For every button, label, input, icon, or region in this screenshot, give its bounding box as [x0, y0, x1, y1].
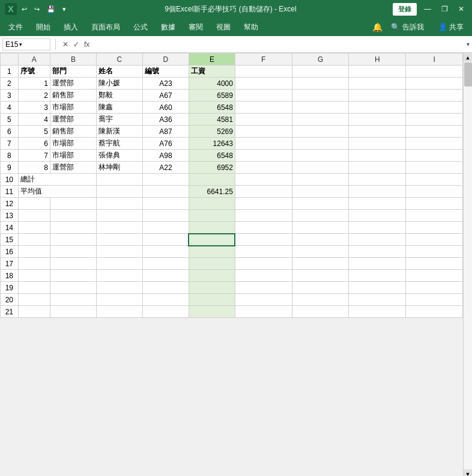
- insert-function-btn[interactable]: fx: [82, 40, 91, 49]
- cell-B8[interactable]: 市場部: [50, 150, 96, 162]
- cell-G2[interactable]: [292, 78, 349, 90]
- col-header-D[interactable]: D: [142, 53, 189, 66]
- cell-H1[interactable]: [349, 66, 406, 78]
- cancel-formula-btn[interactable]: ✕: [61, 40, 70, 49]
- col-header-C[interactable]: C: [96, 53, 142, 66]
- col-header-H[interactable]: H: [349, 53, 406, 66]
- col-header-I[interactable]: I: [406, 53, 463, 66]
- col-header-F[interactable]: F: [235, 53, 292, 66]
- scroll-up-btn[interactable]: ▲: [464, 53, 473, 62]
- cell-D7[interactable]: A76: [142, 138, 189, 150]
- cell-A2[interactable]: 1: [18, 78, 50, 90]
- cell-B4[interactable]: 市場部: [50, 102, 96, 114]
- cell-F5[interactable]: [235, 114, 292, 126]
- tell-me[interactable]: 🔍 告訴我: [385, 20, 429, 35]
- cell-I4[interactable]: [406, 102, 463, 114]
- undo-btn[interactable]: ↩: [19, 4, 29, 14]
- menu-file[interactable]: 文件: [2, 20, 29, 35]
- cell-C9[interactable]: 林坤剛: [96, 162, 142, 174]
- cell-E9[interactable]: 6952: [189, 162, 235, 174]
- formula-input[interactable]: [94, 40, 464, 49]
- cell-I10[interactable]: [406, 174, 463, 186]
- login-button[interactable]: 登錄: [393, 3, 417, 16]
- cell-D1[interactable]: 編號: [142, 66, 189, 78]
- cell-D3[interactable]: A67: [142, 90, 189, 102]
- cell-D8[interactable]: A98: [142, 150, 189, 162]
- cell-H3[interactable]: [349, 90, 406, 102]
- cell-E4[interactable]: 6548: [189, 102, 235, 114]
- scroll-thumb[interactable]: [464, 63, 472, 87]
- cell-C1[interactable]: 姓名: [96, 66, 142, 78]
- cell-A8[interactable]: 7: [18, 150, 50, 162]
- cell-B3[interactable]: 銷售部: [50, 90, 96, 102]
- col-header-G[interactable]: G: [292, 53, 349, 66]
- cell-C10[interactable]: [96, 174, 142, 186]
- cell-G11[interactable]: [292, 186, 349, 198]
- cell-B2[interactable]: 運營部: [50, 78, 96, 90]
- cell-F7[interactable]: [235, 138, 292, 150]
- more-btn[interactable]: ▾: [60, 4, 68, 14]
- restore-button[interactable]: ❐: [438, 3, 450, 15]
- scroll-track[interactable]: [464, 62, 473, 469]
- cell-E1[interactable]: 工資: [189, 66, 235, 78]
- cell-E8[interactable]: 6548: [189, 150, 235, 162]
- cell-A11[interactable]: 平均值: [18, 186, 96, 198]
- close-button[interactable]: ✕: [455, 3, 467, 15]
- cell-A1[interactable]: 序號: [18, 66, 50, 78]
- cell-I11[interactable]: [406, 186, 463, 198]
- name-box[interactable]: E15 ▾: [2, 38, 50, 50]
- cell-G7[interactable]: [292, 138, 349, 150]
- menu-data[interactable]: 數據: [155, 20, 181, 35]
- minimize-button[interactable]: —: [422, 3, 434, 15]
- cell-G3[interactable]: [292, 90, 349, 102]
- cell-I3[interactable]: [406, 90, 463, 102]
- cell-I7[interactable]: [406, 138, 463, 150]
- cell-I5[interactable]: [406, 114, 463, 126]
- cell-I2[interactable]: [406, 78, 463, 90]
- cell-H5[interactable]: [349, 114, 406, 126]
- cell-C11[interactable]: [96, 186, 142, 198]
- cell-C3[interactable]: 鄭毅: [96, 90, 142, 102]
- cell-A6[interactable]: 5: [18, 126, 50, 138]
- col-header-E[interactable]: E: [189, 53, 235, 66]
- menu-help[interactable]: 幫助: [238, 20, 264, 35]
- quick-save-btn[interactable]: 💾: [44, 4, 58, 14]
- cell-B5[interactable]: 運營部: [50, 114, 96, 126]
- cell-B7[interactable]: 市場部: [50, 138, 96, 150]
- cell-E5[interactable]: 4581: [189, 114, 235, 126]
- cell-A4[interactable]: 3: [18, 102, 50, 114]
- menu-home[interactable]: 開始: [30, 20, 56, 35]
- cell-I1[interactable]: [406, 66, 463, 78]
- cell-H8[interactable]: [349, 150, 406, 162]
- cell-H4[interactable]: [349, 102, 406, 114]
- cell-A9[interactable]: 8: [18, 162, 50, 174]
- cell-E3[interactable]: 6589: [189, 90, 235, 102]
- menu-page-layout[interactable]: 頁面布局: [85, 20, 126, 35]
- cell-C7[interactable]: 蔡宇航: [96, 138, 142, 150]
- cell-G10[interactable]: [292, 174, 349, 186]
- cell-E11[interactable]: 6641.25: [189, 186, 235, 198]
- col-header-A[interactable]: A: [18, 53, 50, 66]
- cell-B6[interactable]: 銷售部: [50, 126, 96, 138]
- menu-view[interactable]: 視圖: [210, 20, 237, 35]
- cell-G8[interactable]: [292, 150, 349, 162]
- cell-F9[interactable]: [235, 162, 292, 174]
- cell-E6[interactable]: 5269: [189, 126, 235, 138]
- cell-F11[interactable]: [235, 186, 292, 198]
- share-btn[interactable]: 👤 共享: [432, 20, 470, 35]
- col-header-B[interactable]: B: [50, 53, 96, 66]
- cell-H7[interactable]: [349, 138, 406, 150]
- cell-C4[interactable]: 陳鑫: [96, 102, 142, 114]
- cell-D10[interactable]: [142, 174, 189, 186]
- cell-C2[interactable]: 陳小媛: [96, 78, 142, 90]
- cell-F4[interactable]: [235, 102, 292, 114]
- redo-btn[interactable]: ↪: [32, 4, 42, 14]
- cell-G9[interactable]: [292, 162, 349, 174]
- cell-A7[interactable]: 6: [18, 138, 50, 150]
- cell-F6[interactable]: [235, 126, 292, 138]
- cell-G4[interactable]: [292, 102, 349, 114]
- cell-A5[interactable]: 4: [18, 114, 50, 126]
- cell-C6[interactable]: 陳新漢: [96, 126, 142, 138]
- cell-B9[interactable]: 運營部: [50, 162, 96, 174]
- cell-C8[interactable]: 張偉典: [96, 150, 142, 162]
